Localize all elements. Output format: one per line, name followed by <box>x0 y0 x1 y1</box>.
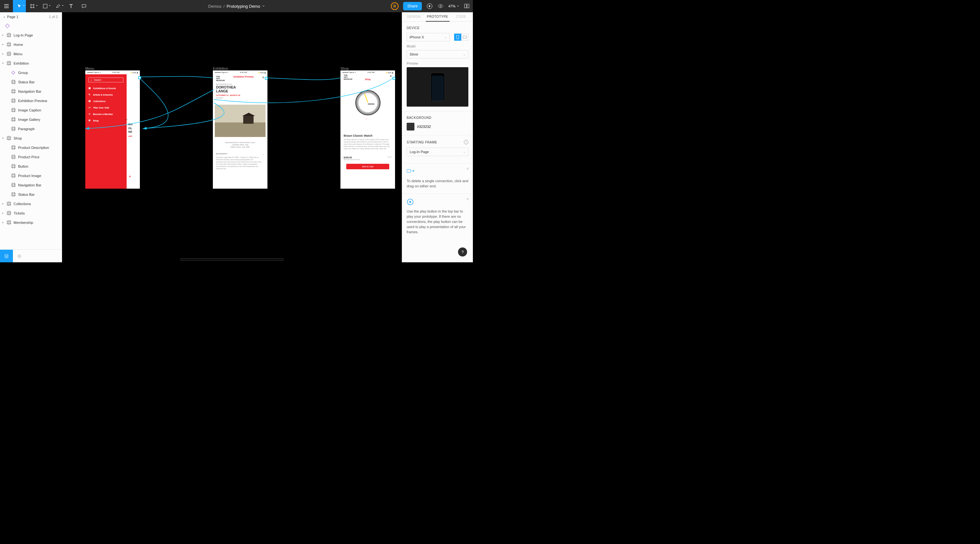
main-menu-button[interactable] <box>0 0 13 12</box>
frame-icon <box>12 89 15 93</box>
hamburger-icon[interactable]: ≡ <box>390 74 392 78</box>
quantity-stepper[interactable]: □ 1 □ <box>387 156 392 158</box>
share-button[interactable]: Share <box>403 2 422 10</box>
connection-node[interactable] <box>393 77 395 80</box>
layer-paragraph[interactable]: Paragraph <box>0 124 62 134</box>
view-settings-button[interactable] <box>438 3 444 10</box>
move-tool[interactable] <box>13 0 26 12</box>
frame-icon <box>12 174 15 177</box>
frame-icon <box>12 99 15 102</box>
component-marker-row[interactable] <box>0 21 62 30</box>
device-select[interactable]: iPhone X⌄ <box>407 33 450 41</box>
tab-code[interactable]: CODE <box>450 12 473 21</box>
frame-icon <box>12 118 15 121</box>
landscape-button[interactable] <box>461 33 468 41</box>
zoom-level[interactable]: 47% <box>448 4 459 8</box>
connection-tip-icon <box>407 168 416 174</box>
starting-frame-select[interactable]: Log-In Page⌄ <box>407 148 468 156</box>
breadcrumb[interactable]: Demos / Prototyping Demo <box>208 4 265 9</box>
search-input[interactable]: ⌕Search <box>89 78 123 83</box>
layer-button[interactable]: Button <box>0 162 62 171</box>
layer-status-bar[interactable]: Status Bar <box>0 77 62 87</box>
menu-item-collections[interactable]: ▤Collections <box>89 98 123 104</box>
frame-label-shop[interactable]: Shop <box>340 67 349 70</box>
background-swatch[interactable] <box>407 123 414 130</box>
avatar[interactable]: R <box>391 2 399 10</box>
layers-tab-button[interactable] <box>0 250 13 262</box>
comment-tool[interactable] <box>78 0 91 12</box>
status-bar: ●●●●● Figma ᯤ9:42 AM⚡42% ▮ <box>213 70 267 74</box>
product-title: Braun Classic Watch <box>344 134 392 137</box>
layer-shop-status-bar[interactable]: Status Bar <box>0 189 62 199</box>
menu-item-artists[interactable]: ✎Artists & Artworks <box>89 91 123 98</box>
breadcrumb-parent[interactable]: Demos <box>208 4 221 9</box>
exhibition-preview-tab[interactable]: Exhibition Preview <box>234 76 253 81</box>
canvas-horizontal-scrollbar[interactable] <box>180 258 283 260</box>
frame-icon <box>7 43 11 46</box>
layer-product-price[interactable]: Product Price <box>0 152 62 162</box>
layer-shop[interactable]: ▾Shop <box>0 134 62 143</box>
layer-membership[interactable]: ▸Membership <box>0 218 62 227</box>
layer-navigation-bar[interactable]: Navigation Bar <box>0 87 62 96</box>
layer-tickets[interactable]: ▸Tickets <box>0 208 62 218</box>
pen-tool[interactable] <box>52 0 65 12</box>
present-button[interactable] <box>426 3 433 10</box>
layer-product-image[interactable]: Product Image <box>0 171 62 180</box>
hamburger-icon[interactable]: ≡ <box>262 76 264 81</box>
biography-header[interactable]: BIOGRAPHY⌄ <box>216 153 264 155</box>
frame-icon <box>12 183 15 187</box>
close-tip-button[interactable]: × <box>466 196 469 202</box>
artboard-exhibition[interactable]: ●●●●● Figma ᯤ9:42 AM⚡42% ▮ THE ART MUSEU… <box>213 70 267 189</box>
layer-image-gallery[interactable]: Image Gallery <box>0 115 62 124</box>
frame-label-menu[interactable]: Menu <box>85 67 94 70</box>
menu-item-exhibitions[interactable]: ▦Exhibitions & Events <box>89 85 123 91</box>
connection-node[interactable] <box>138 76 141 79</box>
biography-text: Dorothea Lange (May 26, 1895 – October 1… <box>216 156 264 170</box>
play-circle-icon <box>426 3 433 10</box>
menu-item-member[interactable]: ☆Become a Member <box>89 111 123 117</box>
layer-home[interactable]: ▸Home <box>0 40 62 49</box>
help-button[interactable]: ? <box>458 247 467 256</box>
pagination-dots[interactable]: • • • • • <box>344 118 392 120</box>
layer-collections[interactable]: ▸Collections <box>0 199 62 208</box>
search-icon: ⌕ <box>91 79 92 81</box>
layer-exhibition[interactable]: ▾Exhibition <box>0 59 62 68</box>
chevron-down-icon[interactable] <box>262 5 264 8</box>
library-button[interactable] <box>464 3 470 9</box>
layer-shop-navigation-bar[interactable]: Navigation Bar <box>0 180 62 189</box>
close-tip-button[interactable]: × <box>466 165 469 172</box>
layer-product-description[interactable]: Product Description <box>0 143 62 152</box>
frame-tool[interactable] <box>26 0 39 12</box>
background-section-title: BACKGROUND <box>407 116 468 119</box>
layer-image-caption[interactable]: Image Caption <box>0 105 62 115</box>
tab-design[interactable]: DESIGN <box>402 12 426 21</box>
frame-label-exhibition[interactable]: Exhibition <box>213 67 228 70</box>
artboard-menu[interactable]: ●●●●● Figma ᯤ9:42 AM⚡42% ▮ ⌕Search ▦Exhi… <box>85 70 140 189</box>
connection-node[interactable] <box>265 77 268 80</box>
back-arrow-icon[interactable]: ← <box>124 116 129 122</box>
layer-exhibition-preview[interactable]: Exhibition Preview <box>0 96 62 105</box>
add-to-cart-button[interactable]: Add to Cart <box>346 164 389 169</box>
toolbar-left <box>0 0 91 12</box>
layer-log-in-page[interactable]: ▸Log-In Page <box>0 30 62 40</box>
breadcrumb-current[interactable]: Prototyping Demo <box>226 4 260 9</box>
orientation-toggle <box>454 33 468 41</box>
background-hex-input[interactable] <box>417 125 468 129</box>
artboard-shop[interactable]: ●●●●● Figma ᯤ9:42 AM⚡42% ▮ THE ART MUSEU… <box>340 70 395 189</box>
shape-tool[interactable] <box>39 0 52 12</box>
canvas[interactable]: Menu ●●●●● Figma ᯤ9:42 AM⚡42% ▮ ⌕Search … <box>62 12 402 262</box>
text-tool[interactable] <box>65 0 78 12</box>
layer-menu[interactable]: ▸Menu <box>0 49 62 59</box>
menu-item-shop[interactable]: ⊞Shop <box>89 117 123 124</box>
tab-prototype[interactable]: PROTOTYPE <box>426 12 450 22</box>
info-icon[interactable]: i <box>464 140 468 145</box>
model-select[interactable]: Silver⌄ <box>407 50 468 59</box>
assets-tab-button[interactable] <box>13 250 26 262</box>
page-selector[interactable]: ▸ Page 1 1 of 2 <box>0 12 62 21</box>
layers-icon <box>4 254 9 259</box>
frame-icon <box>12 80 15 84</box>
logo: THE ART MUSEUM <box>344 74 352 80</box>
portrait-button[interactable] <box>454 33 461 41</box>
layer-group[interactable]: Group <box>0 68 62 77</box>
menu-item-plan-visit[interactable]: ▭Plan Your Visit <box>89 104 123 111</box>
